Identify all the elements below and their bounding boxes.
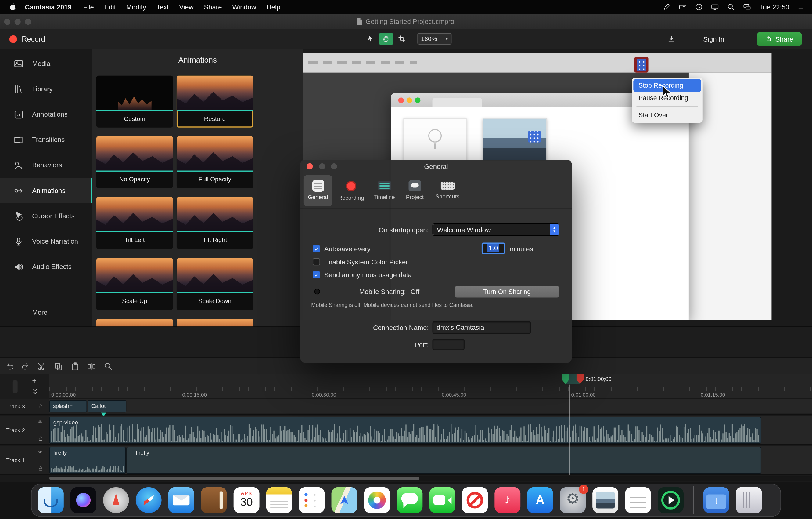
keyboard-status-icon[interactable] (678, 3, 687, 11)
usage-data-checkbox[interactable] (313, 271, 320, 278)
menubar-clock[interactable]: Tue 22:50 (759, 3, 789, 11)
tab-general[interactable]: General (303, 175, 332, 207)
tab-recording[interactable]: Recording (335, 175, 368, 207)
dock-notes-icon[interactable] (266, 487, 292, 513)
notification-center-icon[interactable] (797, 4, 805, 10)
playhead-line[interactable] (569, 385, 570, 475)
eye-icon[interactable] (37, 419, 44, 425)
add-track-button[interactable]: + (32, 376, 37, 385)
sidebar-item-cursor-effects[interactable]: Cursor Effects (0, 203, 92, 228)
clip-firefly-1[interactable]: firefly (49, 447, 126, 473)
timeline-ruler[interactable]: 0:00:00;00 0:00:15;00 0:00:30;00 0:00:45… (49, 374, 812, 399)
dock-calendar-icon[interactable]: APR30 (234, 487, 260, 513)
animation-tile-partial[interactable] (177, 319, 253, 326)
dock-photos-icon[interactable] (364, 487, 390, 513)
port-input[interactable] (433, 339, 465, 350)
autosave-checkbox[interactable] (313, 245, 320, 252)
dock-dictionary-icon[interactable] (201, 487, 227, 513)
autosave-minutes-input[interactable]: 1.0 (482, 243, 505, 254)
menu-edit[interactable]: Edit (99, 3, 121, 11)
menu-view[interactable]: View (174, 3, 199, 11)
clip-callout[interactable]: Callot (88, 400, 126, 413)
dock-reminders-icon[interactable] (299, 487, 325, 513)
menu-share[interactable]: Share (199, 3, 227, 11)
dock-app-store-icon[interactable] (527, 487, 553, 513)
menu-modify[interactable]: Modify (121, 3, 151, 11)
sidebar-item-audio-effects[interactable]: Audio Effects (0, 254, 92, 279)
startup-dropdown[interactable]: Welcome Window▲▼ (433, 223, 559, 236)
clip-splash[interactable]: splash= (49, 400, 87, 413)
dock-textedit-icon[interactable] (625, 487, 651, 513)
connection-name-input[interactable]: dmx's Camtasia (433, 322, 531, 334)
color-picker-checkbox[interactable] (313, 258, 320, 265)
menu-help[interactable]: Help (261, 3, 286, 11)
menu-item-start-over[interactable]: Start Over (633, 109, 701, 121)
recording-status-icon[interactable] (635, 57, 648, 73)
pan-tool-button[interactable] (379, 33, 393, 45)
menu-window[interactable]: Window (227, 3, 261, 11)
dock-preview-icon[interactable] (592, 487, 618, 513)
dock-siri-icon[interactable] (70, 487, 96, 513)
clip-firefly-2[interactable]: firefly (126, 447, 761, 473)
lock-icon[interactable] (38, 403, 44, 409)
sign-in-button[interactable]: Sign In (703, 35, 724, 43)
paste-button[interactable] (70, 362, 80, 371)
animation-tile-restore[interactable]: Restore (177, 76, 253, 128)
menu-text[interactable]: Text (151, 3, 174, 11)
record-icon[interactable] (9, 35, 17, 43)
app-menu-camtasia[interactable]: Camtasia 2019 (21, 3, 78, 11)
display-status-icon[interactable] (710, 3, 719, 11)
eye-icon[interactable] (37, 449, 44, 455)
zoom-level-select[interactable]: 180%▾ (417, 33, 452, 45)
animation-tile-full-opacity[interactable]: Full Opacity (177, 136, 253, 188)
search-icon[interactable] (727, 3, 734, 11)
dock-trash-icon[interactable] (736, 487, 762, 513)
apple-menu-icon[interactable] (0, 3, 21, 11)
dock-system-preferences-icon[interactable]: 1 (560, 487, 586, 513)
animation-tile-scale-down[interactable]: Scale Down (177, 258, 253, 310)
dock-launchpad-icon[interactable] (103, 487, 129, 513)
dock-safari-icon[interactable] (136, 487, 162, 513)
pen-status-icon[interactable] (663, 3, 670, 11)
animation-tile-tilt-left[interactable]: Tilt Left (96, 197, 173, 249)
tab-timeline[interactable]: Timeline (369, 175, 399, 207)
dock-mail-icon[interactable] (168, 487, 194, 513)
lock-icon[interactable] (38, 435, 44, 441)
track-scroll-handle[interactable] (12, 380, 18, 393)
share-button[interactable]: Share (757, 32, 802, 46)
dock-messages-icon[interactable] (397, 487, 423, 513)
animation-tile-partial[interactable] (96, 319, 173, 326)
export-download-button[interactable] (664, 33, 678, 45)
screen-mirroring-icon[interactable] (743, 3, 751, 11)
animation-tile-tilt-right[interactable]: Tilt Right (177, 197, 253, 249)
clip-gsp-video[interactable]: gsp-video (49, 417, 761, 444)
tab-project[interactable]: Project (401, 175, 429, 207)
redo-button[interactable] (21, 362, 30, 371)
sidebar-item-behaviors[interactable]: Behaviors (0, 152, 92, 178)
sidebar-item-animations[interactable]: Animations (0, 178, 92, 203)
clock-status-icon[interactable] (695, 3, 702, 11)
animation-tile-scale-up[interactable]: Scale Up (96, 258, 173, 310)
dock-news-icon[interactable] (462, 487, 488, 513)
dock-music-icon[interactable] (494, 487, 520, 513)
sidebar-item-voice-narration[interactable]: Voice Narration (0, 229, 92, 254)
sidebar-item-annotations[interactable]: aAnnotations (0, 102, 92, 127)
sidebar-item-media[interactable]: Media (0, 51, 92, 76)
sidebar-item-transitions[interactable]: Transitions (0, 127, 92, 152)
timeline-horizontal-scrollbar[interactable] (49, 476, 812, 481)
dock-camtasia-icon[interactable] (658, 487, 684, 513)
lock-icon[interactable] (38, 466, 44, 472)
animation-tile-no-opacity[interactable]: No Opacity (96, 136, 173, 188)
sidebar-item-library[interactable]: Library (0, 76, 92, 102)
record-button-label[interactable]: Record (22, 35, 45, 43)
scrollbar-thumb[interactable] (49, 477, 419, 480)
dock-facetime-icon[interactable] (429, 487, 455, 513)
select-tool-button[interactable] (364, 33, 378, 45)
dock-maps-icon[interactable] (331, 487, 357, 513)
copy-button[interactable] (54, 362, 63, 371)
collapse-tracks-button[interactable] (31, 386, 39, 396)
sidebar-item-more[interactable]: More (0, 304, 92, 320)
split-scissors-button[interactable] (37, 362, 47, 371)
stitch-button[interactable] (87, 362, 96, 371)
turn-on-sharing-button[interactable]: Turn On Sharing (455, 286, 559, 297)
